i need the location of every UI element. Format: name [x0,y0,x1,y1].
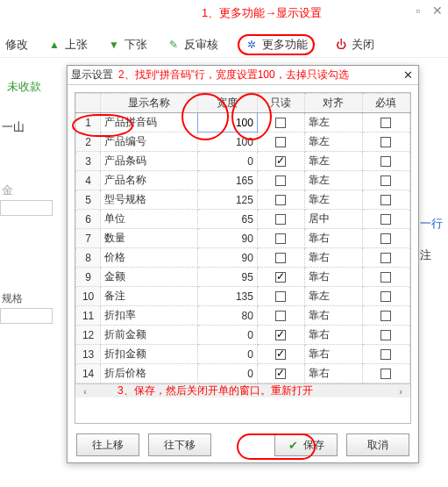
checkbox-icon[interactable] [380,349,391,360]
table-row[interactable]: 6单位65居中 [76,210,410,229]
cell-required[interactable] [362,190,409,210]
edit-button[interactable]: 修改 [5,37,28,53]
checkbox-icon[interactable] [275,175,286,186]
checkbox-icon[interactable] [275,233,286,244]
cell-name[interactable]: 价格 [101,248,198,268]
cell-width[interactable]: 90 [197,248,257,268]
col-required[interactable]: 必填 [362,94,409,113]
cell-name[interactable]: 折后价格 [101,364,198,383]
cell-required[interactable] [362,268,409,287]
col-name[interactable]: 显示名称 [101,94,198,113]
table-row[interactable]: 1产品拼音码100靠左 [76,113,410,132]
cell-required[interactable] [362,248,409,268]
cell-width[interactable]: 165 [197,171,257,190]
cell-name[interactable]: 产品拼音码 [101,113,198,132]
checkbox-icon[interactable] [380,291,391,302]
cell-required[interactable] [362,132,409,152]
cell-align[interactable]: 靠右 [305,306,363,326]
checkbox-icon[interactable] [380,156,391,167]
checkbox-icon[interactable] [380,195,391,205]
checkbox-icon[interactable] [275,349,286,360]
checkbox-icon[interactable] [275,253,286,263]
table-row[interactable]: 14折后价格0靠右 [76,364,410,383]
cell-align[interactable]: 靠左 [305,171,363,190]
cell-name[interactable]: 产品条码 [101,152,198,171]
cell-align[interactable]: 居中 [305,210,363,229]
bg-xing[interactable]: 一行 [420,216,444,232]
table-row[interactable]: 12折前金额0靠右 [76,326,410,345]
cancel-button[interactable]: 取消 [346,433,409,456]
scroll-right-icon[interactable]: › [395,386,407,397]
cell-name[interactable]: 折扣金额 [101,345,198,364]
cell-readonly[interactable] [257,287,304,306]
settings-grid[interactable]: 显示名称 宽度 只读 对齐 必填 1产品拼音码100靠左2产品编号100靠左3产… [75,93,410,383]
table-row[interactable]: 8价格90靠右 [76,248,410,268]
table-row[interactable]: 4产品名称165靠左 [76,171,410,190]
cell-readonly[interactable] [257,345,304,364]
cell-readonly[interactable] [257,248,304,268]
cell-name[interactable]: 金额 [101,268,198,287]
cell-readonly[interactable] [257,171,304,190]
table-row[interactable]: 13折扣金额0靠右 [76,345,410,364]
cell-width[interactable]: 135 [197,287,257,306]
cell-align[interactable]: 靠右 [305,229,363,248]
cell-required[interactable] [362,364,409,383]
checkbox-icon[interactable] [275,330,286,340]
col-readonly[interactable]: 只读 [257,94,304,113]
cell-readonly[interactable] [257,268,304,287]
checkbox-icon[interactable] [275,156,286,167]
cell-name[interactable]: 型号规格 [101,190,198,210]
cell-align[interactable]: 靠左 [305,132,363,152]
checkbox-icon[interactable] [275,118,286,128]
cell-required[interactable] [362,326,409,345]
dialog-close-icon[interactable]: ✕ [401,68,415,82]
cell-readonly[interactable] [257,306,304,326]
checkbox-icon[interactable] [380,272,391,283]
cell-width[interactable]: 100 [197,113,257,132]
cell-required[interactable] [362,113,409,132]
cell-readonly[interactable] [257,364,304,383]
table-row[interactable]: 11折扣率80靠右 [76,306,410,326]
checkbox-icon[interactable] [380,137,391,147]
cell-readonly[interactable] [257,190,304,210]
checkbox-icon[interactable] [380,233,391,244]
checkbox-icon[interactable] [380,253,391,263]
window-restore-icon[interactable]: ▫ [416,4,420,18]
cell-width[interactable]: 0 [197,152,257,171]
unaudit-button[interactable]: ✎ 反审核 [167,37,218,53]
grid-horizontal-scrollbar[interactable]: ‹ 3、保存，然后关闭开单的窗口。重新打开 › [75,383,410,397]
checkbox-icon[interactable] [380,369,391,379]
checkbox-icon[interactable] [275,214,286,225]
checkbox-icon[interactable] [275,137,286,147]
cell-align[interactable]: 靠右 [305,248,363,268]
col-align[interactable]: 对齐 [305,94,363,113]
cell-required[interactable] [362,287,409,306]
cell-name[interactable]: 产品名称 [101,171,198,190]
cell-required[interactable] [362,171,409,190]
next-button[interactable]: ▼ 下张 [107,37,147,53]
cell-align[interactable]: 靠右 [305,268,363,287]
cell-name[interactable]: 折扣率 [101,306,198,326]
checkbox-icon[interactable] [380,175,391,186]
table-row[interactable]: 2产品编号100靠左 [76,132,410,152]
more-button[interactable]: ✲ 更多功能 [238,34,315,55]
scroll-left-icon[interactable]: ‹ [79,386,91,397]
cell-readonly[interactable] [257,113,304,132]
cell-readonly[interactable] [257,326,304,345]
cell-name[interactable]: 单位 [101,210,198,229]
cell-align[interactable]: 靠左 [305,190,363,210]
checkbox-icon[interactable] [275,311,286,321]
cell-align[interactable]: 靠左 [305,287,363,306]
cell-width[interactable]: 0 [197,345,257,364]
cell-name[interactable]: 折前金额 [101,326,198,345]
cell-align[interactable]: 靠右 [305,326,363,345]
checkbox-icon[interactable] [275,369,286,379]
col-width[interactable]: 宽度 [197,94,257,113]
cell-width[interactable]: 95 [197,268,257,287]
move-down-button[interactable]: 往下移 [148,433,211,456]
cell-width[interactable]: 125 [197,190,257,210]
cell-width[interactable]: 0 [197,364,257,383]
cell-required[interactable] [362,345,409,364]
cell-required[interactable] [362,210,409,229]
checkbox-icon[interactable] [275,291,286,302]
